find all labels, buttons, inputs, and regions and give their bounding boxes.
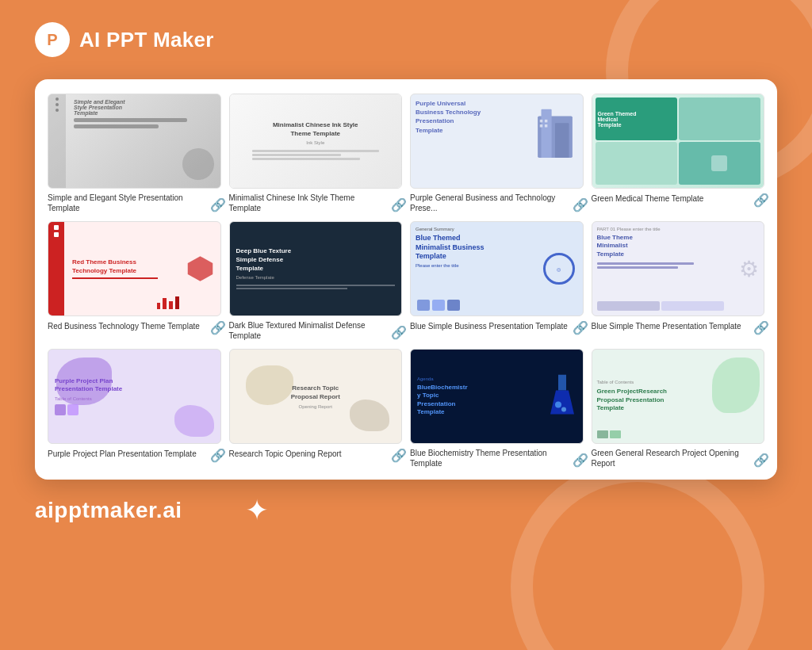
template-item-6[interactable]: Deep Blue TextureSimple DefenseTemplate … [229,221,403,341]
app-title: AI PPT Maker [79,28,214,52]
footer: aipptmaker.ai ✦ [0,480,812,541]
template-label-text-4: Green Medical Theme Template [592,193,751,204]
template-label-text-5: Red Business Technology Theme Template [48,321,207,331]
svg-marker-7 [187,256,213,281]
svg-rect-2 [555,123,569,158]
template-item-5[interactable]: Red Theme BusinessTechnology Template [48,221,221,341]
template-label-text-8: Blue Simple Theme Presentation Template [592,321,751,331]
template-label-text-3: Purple General Business and Technology P… [410,193,569,213]
template-label-4: Green Medical Theme Template 🔗 [592,193,765,204]
template-item-3[interactable]: Purple UniversalBusiness TechnologyPrese… [410,94,584,213]
thumb-9-title: Purple Project PlanPresentation Template [55,377,214,394]
template-label-text-12: Green General Research Project Opening R… [592,448,751,468]
template-thumb-8: PART 01 Please enter the title Blue Them… [592,221,765,316]
svg-rect-1 [541,109,551,158]
template-label-9: Purple Project Plan Presentation Templat… [48,448,221,459]
thumb-6-title: Deep Blue TextureSimple DefenseTemplate [236,247,396,273]
template-item-4[interactable]: Green ThemedMedicalTemplate Green Medica… [592,94,765,213]
template-label-8: Blue Simple Theme Presentation Template … [592,320,765,331]
link-icon-5: 🔗 [210,320,221,331]
logo-icon: P [35,22,70,57]
template-item-1[interactable]: Simple and ElegantStyle PresentationTemp… [48,94,221,213]
link-icon-7: 🔗 [573,320,584,331]
template-label-text-1: Simple and Elegant Style Presentation Te… [48,193,207,213]
template-item-10[interactable]: Research TopicProposal Report Opening Re… [229,349,403,468]
template-label-11: Blue Biochemistry Theme Presentation Tem… [410,448,584,468]
template-label-text-2: Minimalist Chinese Ink Style Theme Templ… [229,193,389,213]
template-thumb-2: Minimalist Chinese Ink StyleTheme Templa… [229,94,403,189]
link-icon-11: 🔗 [573,453,584,464]
template-label-text-9: Purple Project Plan Presentation Templat… [48,449,207,459]
link-icon-12: 🔗 [753,453,764,464]
template-thumb-5: Red Theme BusinessTechnology Template [48,221,221,316]
svg-rect-3 [539,120,542,123]
template-label-text-6: Dark Blue Textured Minimalist Defense Te… [229,320,389,341]
template-label-5: Red Business Technology Theme Template 🔗 [48,320,221,331]
main-card: Simple and ElegantStyle PresentationTemp… [35,79,777,480]
template-thumb-4: Green ThemedMedicalTemplate [592,94,765,189]
template-grid: Simple and ElegantStyle PresentationTemp… [48,94,764,468]
thumb-8-title: Blue ThemeMinimalistTemplate [597,234,686,258]
template-thumb-3: Purple UniversalBusiness TechnologyPrese… [410,94,584,189]
template-item-9[interactable]: Purple Project PlanPresentation Template… [48,349,221,468]
link-icon-1: 🔗 [210,197,221,208]
template-label-text-7: Blue Simple Business Presentation Templa… [410,321,569,331]
thumb-3-title: Purple UniversalBusiness TechnologyPrese… [416,99,504,135]
template-item-7[interactable]: General Summary Blue ThemedMinimalist Bu… [410,221,584,341]
footer-brand: aipptmaker.ai [35,498,182,523]
svg-rect-6 [544,124,547,128]
link-icon-4: 🔗 [753,193,764,204]
template-thumb-10: Research TopicProposal Report Opening Re… [229,349,403,444]
template-thumb-9: Purple Project PlanPresentation Template… [48,349,221,444]
template-item-12[interactable]: Table of Contents Green ProjectResearchP… [592,349,765,468]
template-item-8[interactable]: PART 01 Please enter the title Blue Them… [592,221,765,341]
svg-rect-4 [544,120,547,123]
template-item-2[interactable]: Minimalist Chinese Ink StyleTheme Templa… [229,94,403,213]
thumb-10-title: Research TopicProposal Report [291,384,340,401]
template-label-text-11: Blue Biochemistry Theme Presentation Tem… [410,448,569,468]
link-icon-6: 🔗 [391,325,402,336]
template-label-12: Green General Research Project Opening R… [592,448,765,468]
thumb-12-title: Green ProjectResearchProposal Presentati… [597,388,695,412]
template-label-1: Simple and Elegant Style Presentation Te… [48,193,221,213]
template-thumb-11: Agenda BlueBiochemistry TopicPresentatio… [410,349,584,444]
hex-icon [186,255,214,283]
thumb-7-title: Blue ThemedMinimalist BusinessTemplate [416,234,504,262]
template-thumb-7: General Summary Blue ThemedMinimalist Bu… [410,221,584,316]
link-icon-3: 🔗 [573,197,584,208]
template-label-7: Blue Simple Business Presentation Templa… [410,320,584,331]
template-thumb-1: Simple and ElegantStyle PresentationTemp… [48,94,221,189]
template-label-10: Research Topic Opening Report 🔗 [229,448,403,459]
thumb-2-title: Minimalist Chinese Ink StyleTheme Templa… [273,120,358,138]
thumb-11-title: BlueBiochemistry TopicPresentationTempla… [417,384,576,417]
link-icon-2: 🔗 [391,197,402,208]
svg-rect-5 [539,124,542,128]
star-icon: ✦ [245,494,269,527]
header: P AI PPT Maker [0,0,812,79]
link-icon-10: 🔗 [391,448,402,459]
template-thumb-6: Deep Blue TextureSimple DefenseTemplate … [229,221,403,316]
template-label-3: Purple General Business and Technology P… [410,193,584,213]
template-label-2: Minimalist Chinese Ink Style Theme Templ… [229,193,403,213]
link-icon-8: 🔗 [753,320,764,331]
template-item-11[interactable]: Agenda BlueBiochemistry TopicPresentatio… [410,349,584,468]
link-icon-9: 🔗 [210,448,221,459]
template-label-text-10: Research Topic Opening Report [229,449,389,459]
template-thumb-12: Table of Contents Green ProjectResearchP… [592,349,765,444]
template-label-6: Dark Blue Textured Minimalist Defense Te… [229,320,403,341]
building-icon [531,102,579,158]
